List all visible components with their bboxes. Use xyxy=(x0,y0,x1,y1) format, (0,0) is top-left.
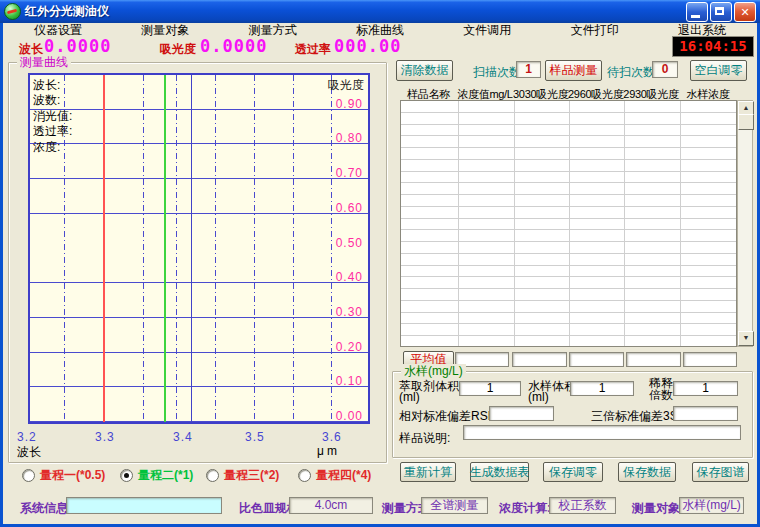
average-field xyxy=(683,352,737,367)
extract-volume-unit: (ml) xyxy=(399,390,420,404)
grid-dashed-line xyxy=(215,75,216,422)
rsd-field[interactable] xyxy=(489,406,554,421)
dilution-factor-label: 倍数 xyxy=(649,387,673,404)
table-header: 水样浓度 xyxy=(679,87,737,100)
x-axis-label: 波长 xyxy=(17,444,41,461)
y-axis-tick: 0.20 xyxy=(336,340,363,354)
range-label: 量程二(*1) xyxy=(138,467,193,484)
grid-dashed-line xyxy=(331,75,332,422)
system-info-field xyxy=(66,497,222,514)
range-label: 量程三(*2) xyxy=(224,467,279,484)
radio-icon xyxy=(206,469,219,482)
range-label: 量程一(*0.5) xyxy=(40,467,105,484)
y-axis-title: 吸光度 xyxy=(328,77,364,94)
transmittance-readout: 000.00 xyxy=(334,36,401,56)
water-volume-unit: (ml) xyxy=(528,390,549,404)
scrollbar-thumb[interactable] xyxy=(738,114,754,130)
measure-mode-value: 全谱测量 xyxy=(421,497,488,514)
action-button[interactable]: 重新计算 xyxy=(400,462,456,482)
x-axis-tick: 3.5 xyxy=(245,430,265,444)
x-axis-tick: 3.6 xyxy=(322,430,342,444)
table-header: 2930吸光度 xyxy=(623,87,679,100)
x-axis-tick: 3.4 xyxy=(173,430,193,444)
table-column-divider xyxy=(569,101,570,346)
range-radio-option[interactable]: 量程一(*0.5) xyxy=(22,467,105,484)
scan-count-field[interactable]: 1 xyxy=(516,61,541,78)
table-column-divider xyxy=(624,101,625,346)
sample-note-field[interactable] xyxy=(463,425,741,440)
app-window: 红外分光测油仪 ✕ 仪器设置测量对象测量方式标准曲线文件调用文件打印退出系统 波… xyxy=(0,0,760,527)
scan-count-label: 扫描次数 xyxy=(473,64,521,81)
minimize-button[interactable] xyxy=(686,2,708,22)
spectrum-chart: 吸光度 波长:波数:消光值:透过率:浓度: 0.900.800.700.600.… xyxy=(28,73,370,424)
table-header: 2960吸光度 xyxy=(568,87,623,100)
menu-item[interactable]: 测量对象 xyxy=(141,22,189,39)
sample-note-label: 样品说明: xyxy=(399,430,450,447)
chart-info-label: 浓度: xyxy=(33,139,60,156)
radio-icon xyxy=(22,469,35,482)
y-axis-tick: 0.80 xyxy=(336,131,363,145)
radio-icon xyxy=(298,469,311,482)
y-axis-tick: 0.00 xyxy=(336,409,363,423)
average-field xyxy=(569,352,624,367)
x-axis-tick: 3.3 xyxy=(95,430,115,444)
y-axis-tick: 0.30 xyxy=(336,305,363,319)
blank-zero-button[interactable]: 空白调零 xyxy=(690,60,747,81)
y-axis-tick: 0.10 xyxy=(336,374,363,388)
sample-measure-button[interactable]: 样品测量 xyxy=(545,60,602,81)
action-button[interactable]: 保存数据 xyxy=(618,462,676,482)
table-column-divider xyxy=(514,101,515,346)
grid-dashed-line xyxy=(176,75,177,422)
transmittance-label: 透过率 xyxy=(295,41,331,58)
sample-data-table[interactable] xyxy=(400,100,737,347)
chart-groupbox: 测量曲线 吸光度 波长:波数:消光值:透过率:浓度: 0.900.800.700… xyxy=(8,62,387,463)
table-header: 浓度值mg/L xyxy=(457,87,513,100)
x-axis-tick: 3.2 xyxy=(17,430,37,444)
menu-item[interactable]: 文件调用 xyxy=(463,22,511,39)
dilution-factor-field[interactable]: 1 xyxy=(673,381,738,396)
absorbance-label: 吸光度 xyxy=(160,41,196,58)
app-icon xyxy=(4,3,21,20)
close-button[interactable]: ✕ xyxy=(734,2,756,22)
pending-count-label: 待扫次数 xyxy=(607,64,655,81)
digital-clock: 16:04:15 xyxy=(672,36,754,57)
wavelength-readout: 0.0000 xyxy=(44,36,111,56)
action-button[interactable]: 保存图谱 xyxy=(692,462,749,482)
chart-group-title: 测量曲线 xyxy=(17,55,71,69)
green-wavelength-marker xyxy=(164,75,166,422)
menu-item[interactable]: 文件打印 xyxy=(571,22,619,39)
x-axis-unit: μm xyxy=(317,444,340,458)
action-button[interactable]: 保存调零 xyxy=(543,462,603,482)
grid-dashed-line xyxy=(143,75,144,422)
clear-data-button[interactable]: 清除数据 xyxy=(396,60,453,81)
rsd-label: 相对标准偏差RSD xyxy=(399,408,496,425)
concentration-calc-value: 校正系数 xyxy=(549,497,616,514)
range-selector: 量程一(*0.5) 量程二(*1) 量程三(*2) 量程四(*4) xyxy=(8,467,385,485)
title-bar: 红外分光测油仪 ✕ xyxy=(0,0,760,23)
concentration-calc-label: 浓度计算: xyxy=(499,500,551,517)
radio-icon xyxy=(120,469,133,482)
grid-dashed-line xyxy=(293,75,294,422)
water-volume-field[interactable]: 1 xyxy=(570,381,634,396)
range-radio-option[interactable]: 量程二(*1) xyxy=(120,467,193,484)
pending-count-field[interactable]: 0 xyxy=(652,61,678,78)
average-field xyxy=(512,352,567,367)
y-axis-tick: 0.60 xyxy=(336,201,363,215)
blue-wavelength-marker xyxy=(191,75,192,422)
scrollbar-down-arrow[interactable]: ▼ xyxy=(738,331,754,346)
table-header: 样品名称 xyxy=(400,87,457,100)
maximize-button[interactable] xyxy=(710,2,732,22)
table-scrollbar[interactable]: ▲ ▼ xyxy=(737,100,753,347)
range-radio-option[interactable]: 量程三(*2) xyxy=(206,467,279,484)
table-header: 3030吸光度 xyxy=(513,87,568,100)
action-button[interactable]: 生成数据表 xyxy=(470,462,529,482)
range-label: 量程四(*4) xyxy=(316,467,371,484)
sd3-field[interactable] xyxy=(673,406,738,421)
y-axis-tick: 0.40 xyxy=(336,270,363,284)
water-sample-groupbox: 水样(mg/L) 萃取剂体积 (ml) 1 水样体积 (ml) 1 稀释 倍数 … xyxy=(392,371,753,458)
table-column-divider xyxy=(458,101,459,346)
sd3-label: 三倍标准偏差3S xyxy=(591,408,678,425)
range-radio-option[interactable]: 量程四(*4) xyxy=(298,467,371,484)
extract-volume-field[interactable]: 1 xyxy=(459,381,521,396)
measure-target-value: 水样(mg/L) xyxy=(679,497,744,514)
